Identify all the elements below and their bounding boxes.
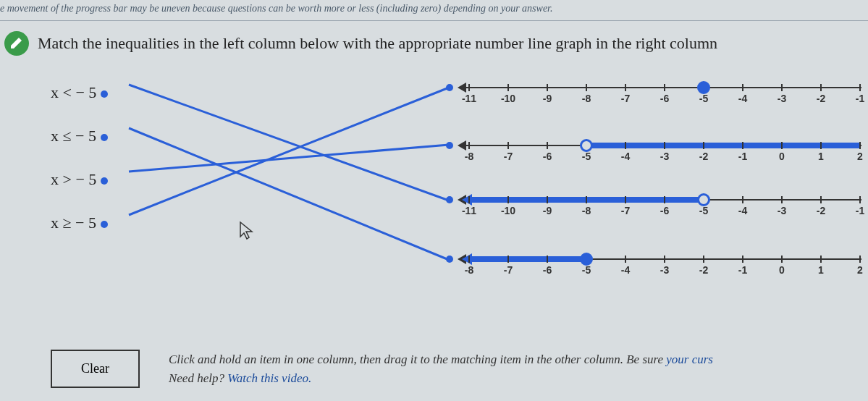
tick-mark bbox=[664, 256, 665, 263]
progress-bar-note: e movement of the progress bar may be un… bbox=[0, 0, 868, 21]
instructions-text: Click and hold an item in one column, th… bbox=[169, 350, 713, 387]
tick-label: -8 bbox=[465, 151, 473, 162]
tick-label: -6 bbox=[660, 93, 669, 104]
tick-mark bbox=[625, 256, 626, 263]
closed-point-icon bbox=[580, 253, 593, 266]
connector-dot bbox=[101, 177, 108, 185]
shaded-region bbox=[586, 143, 860, 148]
connector-dot bbox=[101, 134, 108, 141]
tick-mark bbox=[820, 142, 822, 149]
open-point-icon bbox=[580, 139, 593, 152]
question-text: Match the inequalities in the left colum… bbox=[38, 34, 717, 53]
instructions-part: Need help? bbox=[169, 371, 227, 385]
tick-mark bbox=[781, 84, 783, 91]
arrow-left-icon bbox=[458, 83, 466, 93]
tick-label: -7 bbox=[621, 205, 630, 216]
tick-label: 1 bbox=[818, 264, 824, 276]
tick-label: -9 bbox=[543, 205, 552, 216]
tick-mark bbox=[468, 256, 470, 263]
inequality-item[interactable]: x < − 5 bbox=[51, 83, 108, 102]
open-point-icon bbox=[697, 193, 710, 206]
matching-area[interactable]: x < − 5 x ≤ − 5 x > − 5 x ≥ − 5 -11-10-9… bbox=[0, 63, 868, 324]
tick-label: -5 bbox=[582, 151, 591, 162]
tick-label: -2 bbox=[699, 264, 708, 276]
watch-video-link[interactable]: Watch this video. bbox=[227, 371, 311, 385]
number-line[interactable]: -11-10-9-8-7-6-5-4-3-2-1 bbox=[456, 186, 861, 222]
tick-label: -2 bbox=[817, 205, 825, 216]
connector-dot bbox=[446, 196, 453, 203]
tick-label: -1 bbox=[856, 205, 864, 216]
tick-label: -3 bbox=[778, 205, 786, 216]
tick-mark bbox=[859, 142, 861, 149]
inequality-item[interactable]: x ≤ − 5 bbox=[51, 127, 108, 145]
tick-mark bbox=[742, 84, 743, 91]
tick-mark bbox=[820, 196, 822, 203]
tick-mark bbox=[664, 84, 665, 91]
tick-label: 0 bbox=[779, 151, 785, 162]
tick-mark bbox=[625, 84, 626, 91]
arrow-left-icon bbox=[458, 140, 466, 151]
shaded-region bbox=[469, 256, 586, 262]
tick-label: -8 bbox=[465, 264, 473, 276]
tick-mark bbox=[859, 256, 861, 263]
tick-mark bbox=[859, 84, 861, 91]
axis-line bbox=[463, 87, 861, 88]
tick-label: -5 bbox=[699, 205, 708, 216]
tick-label: 2 bbox=[857, 151, 863, 162]
svg-line-3 bbox=[129, 88, 449, 215]
shade-arrow-left-icon bbox=[462, 194, 472, 206]
tick-mark bbox=[507, 142, 509, 149]
tick-label: -1 bbox=[856, 93, 864, 104]
tick-label: 1 bbox=[818, 151, 824, 162]
number-line[interactable]: -11-10-9-8-7-6-5-4-3-2-1 bbox=[456, 74, 861, 110]
connector-dot bbox=[101, 90, 108, 98]
tick-mark bbox=[781, 196, 783, 203]
tick-label: -7 bbox=[504, 264, 513, 276]
inequality-item[interactable]: x ≥ − 5 bbox=[51, 214, 108, 232]
tick-mark bbox=[664, 142, 665, 149]
question-header: Match the inequalities in the left colum… bbox=[0, 21, 868, 63]
connector-dot bbox=[446, 256, 453, 263]
instructions-emphasis: your curs bbox=[666, 353, 713, 366]
number-line[interactable]: -8-7-6-5-4-3-2-1012 bbox=[456, 245, 861, 282]
tick-label: -6 bbox=[660, 205, 669, 216]
tick-mark bbox=[547, 196, 548, 203]
tick-mark bbox=[742, 142, 743, 149]
clear-button[interactable]: Clear bbox=[51, 350, 140, 388]
checkmark-pencil-icon bbox=[4, 31, 29, 56]
tick-label: -9 bbox=[543, 93, 552, 104]
tick-label: -1 bbox=[738, 264, 747, 276]
tick-label: -6 bbox=[543, 151, 552, 162]
inequality-item[interactable]: x > − 5 bbox=[51, 170, 108, 189]
tick-label: -11 bbox=[462, 205, 476, 216]
tick-label: -6 bbox=[543, 264, 552, 276]
tick-mark bbox=[547, 142, 548, 149]
tick-mark bbox=[507, 256, 509, 263]
tick-mark bbox=[625, 196, 626, 203]
tick-mark bbox=[625, 142, 626, 149]
tick-mark bbox=[468, 142, 470, 149]
tick-mark bbox=[547, 84, 548, 91]
tick-mark bbox=[507, 196, 509, 203]
shade-arrow-left-icon bbox=[462, 253, 472, 265]
inequality-label: x > − 5 bbox=[51, 170, 96, 188]
tick-label: -5 bbox=[582, 264, 591, 276]
tick-mark bbox=[742, 196, 743, 203]
tick-mark bbox=[507, 84, 509, 91]
tick-mark bbox=[742, 256, 743, 263]
tick-label: -4 bbox=[621, 264, 630, 276]
tick-label: -3 bbox=[660, 151, 669, 162]
tick-label: -4 bbox=[621, 151, 630, 162]
tick-label: -11 bbox=[462, 93, 476, 104]
svg-line-0 bbox=[129, 85, 449, 200]
tick-label: -5 bbox=[699, 93, 708, 104]
tick-label: -10 bbox=[501, 205, 515, 216]
tick-label: -8 bbox=[582, 93, 591, 104]
tick-mark bbox=[664, 196, 665, 203]
tick-label: -2 bbox=[817, 93, 825, 104]
tick-label: -3 bbox=[778, 93, 786, 104]
tick-label: -2 bbox=[699, 151, 708, 162]
tick-mark bbox=[781, 256, 783, 263]
connector-dot bbox=[446, 84, 453, 91]
number-line[interactable]: -8-7-6-5-4-3-2-1012 bbox=[456, 132, 861, 168]
